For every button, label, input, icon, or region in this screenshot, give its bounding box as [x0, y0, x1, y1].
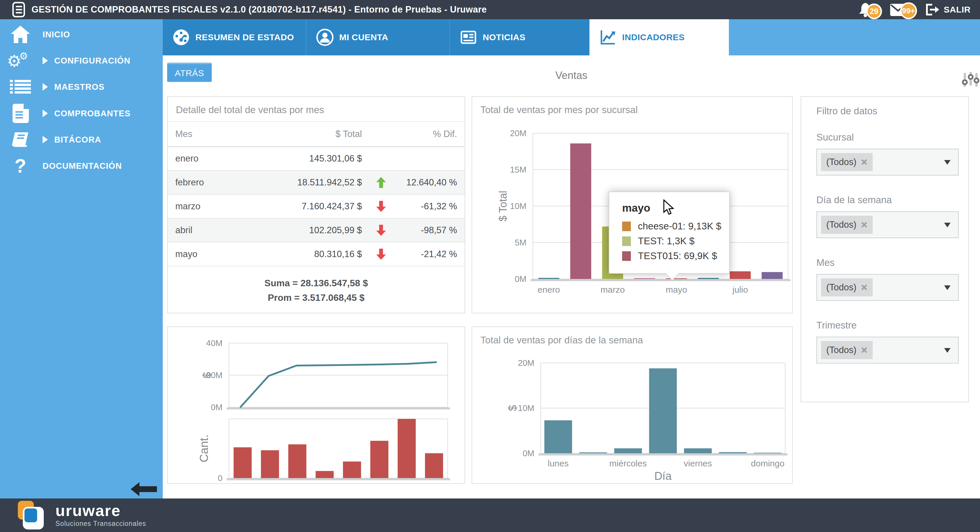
row-total: 102.205,99 $: [263, 225, 362, 235]
app-window: GESTIÓN DE COMPROBANTES FISCALES v2.1.0 …: [0, 0, 980, 532]
remove-filter-x-icon[interactable]: [861, 159, 867, 165]
tab-label: INDICADORES: [622, 32, 684, 42]
filter-dropdown-trimestre[interactable]: (Todos): [816, 337, 959, 364]
tooltip-item: TEST015: 69,9K $: [622, 250, 729, 262]
home-icon: [10, 23, 32, 46]
filter-dropdown-mes[interactable]: (Todos): [816, 274, 959, 301]
svg-text:0M: 0M: [515, 274, 527, 284]
sidebar-item-comprobantes[interactable]: COMPROBANTES: [0, 101, 163, 125]
svg-text:marzo: marzo: [601, 285, 625, 294]
logout-button[interactable]: SALIR: [925, 3, 971, 16]
logout-label: SALIR: [944, 5, 971, 14]
chevron-down-icon[interactable]: [944, 285, 951, 290]
messages-button[interactable]: 99+: [890, 0, 922, 19]
list-icon: [10, 76, 32, 98]
expand-arrow-icon: [43, 57, 48, 64]
sidebar-item-inicio[interactable]: INICIO: [0, 22, 163, 47]
filter-chip[interactable]: (Todos): [821, 153, 873, 171]
sidebar-item-label: COMPROBANTES: [54, 109, 130, 118]
svg-text:$: $: [507, 405, 519, 411]
main-content: ATRÁS Ventas Detalle del total de ventas…: [163, 56, 980, 499]
cumulative-and-quantity-chart-panel: 0M20M40M$ 0Cant.: [167, 327, 465, 484]
notifications-button[interactable]: 29: [858, 0, 890, 19]
messages-badge: 99+: [900, 2, 917, 19]
expand-arrow-icon: [43, 136, 48, 143]
filter-chip-value: (Todos): [826, 345, 856, 355]
filter-chip[interactable]: (Todos): [821, 278, 873, 297]
row-month: enero: [168, 153, 263, 164]
legend-swatch: [622, 251, 631, 261]
svg-text:domingo: domingo: [751, 459, 784, 468]
bar-chart-weekdays[interactable]: 0M10M20Mlunesmiércolesviernesdomingo$Día: [472, 327, 792, 483]
tab-label: NOTICIAS: [483, 32, 526, 42]
remove-filter-x-icon[interactable]: [861, 222, 867, 228]
row-total: 80.310,16 $: [263, 249, 362, 259]
filter-label: Trimestre: [816, 320, 959, 331]
brand-name: uruware: [56, 503, 146, 518]
tooltip-item: cheese-01: 9,13K $: [622, 221, 729, 232]
mouse-cursor-icon: [663, 199, 676, 216]
line-chart-cumulative[interactable]: 0M20M40M$: [168, 327, 465, 414]
svg-text:$: $: [201, 372, 213, 378]
svg-text:0M: 0M: [523, 449, 535, 458]
gauge-icon: [172, 28, 191, 47]
svg-text:10M: 10M: [510, 202, 527, 211]
filter-dropdown-dia[interactable]: (Todos): [816, 211, 959, 238]
tooltip-item-label: TEST015: 69,9K $: [638, 250, 717, 262]
gears-icon: ⚙⚙: [10, 49, 32, 72]
filter-label: Día de la semana: [816, 194, 959, 205]
svg-text:10M: 10M: [518, 403, 535, 413]
data-filter-panel: Filtro de datos Sucursal (Todos) Día de …: [800, 96, 969, 402]
filter-chip[interactable]: (Todos): [821, 341, 873, 359]
col-header-total: $ Total: [263, 129, 362, 139]
logout-icon: [925, 3, 940, 16]
row-diff: 12.640,40 %: [400, 177, 465, 188]
svg-text:20M: 20M: [518, 358, 535, 368]
svg-text:0M: 0M: [211, 403, 223, 412]
app-title: GESTIÓN DE COMPROBANTES FISCALES v2.1.0 …: [32, 4, 487, 15]
filter-chip[interactable]: (Todos): [821, 216, 873, 234]
sidebar-item-documentacion[interactable]: ? DOCUMENTACIÓN: [0, 154, 163, 178]
tab-indicadores[interactable]: INDICADORES: [589, 19, 729, 56]
trend-arrow-icon: [376, 201, 386, 212]
row-total: 145.301,06 $: [263, 153, 362, 164]
trend-arrow-icon: [376, 225, 386, 236]
tab-resumen-de-estado[interactable]: RESUMEN DE ESTADO: [163, 19, 305, 56]
table-row: marzo 7.160.424,37 $ -61,32 %: [168, 195, 465, 219]
filter-group-dia: Día de la semana (Todos): [816, 194, 959, 238]
sidebar-item-maestros[interactable]: MAESTROS: [0, 75, 163, 99]
tooltip-item: TEST: 1,3K $: [622, 235, 729, 247]
filter-panel-title: Filtro de datos: [801, 97, 968, 117]
sidebar-item-bitacora[interactable]: BITÁCORA: [0, 127, 163, 152]
sidebar-item-label: DOCUMENTACIÓN: [43, 161, 122, 171]
remove-filter-x-icon[interactable]: [861, 284, 867, 291]
svg-text:$ Total: $ Total: [497, 191, 509, 221]
chevron-down-icon[interactable]: [944, 348, 951, 353]
legend-swatch: [622, 237, 631, 246]
col-header-dif: % Dif.: [400, 129, 465, 139]
tab-mi-cuenta[interactable]: MI CUENTA: [305, 19, 449, 56]
summary-sum: Suma = 28.136.547,58 $: [168, 276, 465, 291]
filter-chip-value: (Todos): [826, 219, 856, 230]
svg-text:julio: julio: [732, 285, 748, 294]
bar-chart-quantity[interactable]: 0Cant.: [168, 414, 465, 483]
user-icon: [315, 28, 334, 47]
filter-dropdown-sucursal[interactable]: (Todos): [816, 149, 959, 175]
filter-label: Sucursal: [816, 132, 959, 143]
legend-swatch: [622, 222, 631, 231]
svg-text:40M: 40M: [206, 338, 223, 348]
tab-noticias[interactable]: NOTICIAS: [449, 19, 589, 56]
svg-text:15M: 15M: [510, 165, 527, 174]
table-row: mayo 80.310,16 $ -21,42 %: [168, 243, 465, 267]
sidebar-item-configuracion[interactable]: ⚙⚙ CONFIGURACIÓN: [0, 48, 163, 73]
remove-filter-x-icon[interactable]: [861, 347, 867, 353]
chevron-down-icon[interactable]: [944, 223, 951, 227]
chevron-down-icon[interactable]: [944, 160, 951, 165]
row-total: 7.160.424,37 $: [263, 201, 362, 212]
row-month: mayo: [168, 249, 263, 259]
collapse-sidebar-arrow-icon[interactable]: [130, 481, 158, 497]
chart-settings-sliders-icon[interactable]: [962, 71, 979, 88]
svg-text:Día: Día: [654, 470, 672, 482]
row-month: febrero: [168, 177, 263, 188]
summary-avg: Prom = 3.517.068,45 $: [168, 291, 465, 305]
